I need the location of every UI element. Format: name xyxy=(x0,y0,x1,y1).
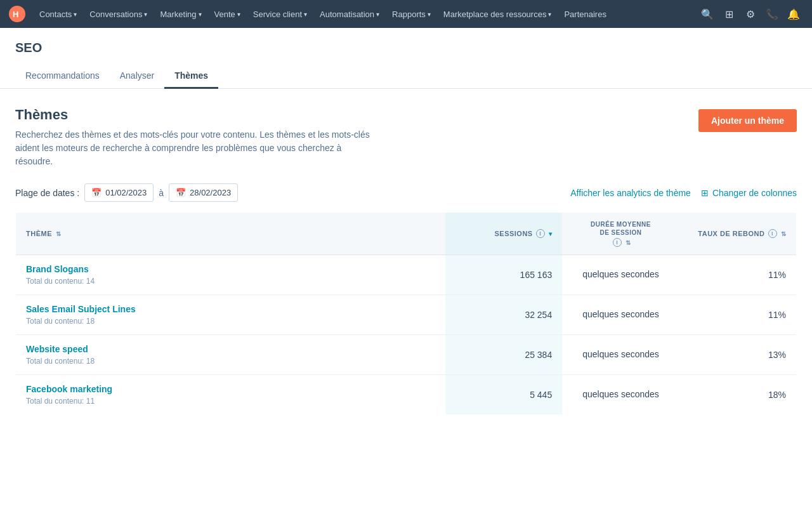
nav-item-vente[interactable]: Vente ▾ xyxy=(208,0,247,28)
date-separator: à xyxy=(159,188,164,198)
settings-icon-btn[interactable]: ⚙ xyxy=(741,4,760,23)
calendar-icon-end: 📅 xyxy=(176,188,186,197)
nav-item-partenaires[interactable]: Partenaires xyxy=(558,0,612,28)
date-range-label: Plage de dates : xyxy=(15,188,79,198)
tab-themes[interactable]: Thèmes xyxy=(164,64,218,89)
th-theme[interactable]: THÈME ⇅ xyxy=(16,213,445,255)
chevron-down-icon: ▾ xyxy=(199,11,202,18)
tabs-bar: Recommandations Analyser Thèmes xyxy=(0,64,812,89)
td-theme-2: Website speed Total du contenu: 18 xyxy=(16,335,445,375)
theme-name-link-3[interactable]: Facebook marketing xyxy=(26,384,435,394)
chevron-down-icon: ▾ xyxy=(304,11,307,18)
date-range-container: Plage de dates : 📅 01/02/2023 à 📅 28/02/… xyxy=(15,183,238,202)
columns-label: Changer de colonnes xyxy=(712,188,797,198)
section-title: Thèmes xyxy=(15,107,370,123)
search-icon-btn[interactable]: 🔍 xyxy=(698,4,717,23)
th-duration[interactable]: DURÉE MOYENNE DE SESSION i ⇅ xyxy=(562,213,679,255)
nav-item-automatisation[interactable]: Automatisation ▾ xyxy=(313,0,386,28)
th-bounce[interactable]: TAUX DE REBOND i ⇅ xyxy=(679,213,797,255)
theme-name-link-1[interactable]: Sales Email Subject Lines xyxy=(26,304,435,314)
theme-name-link-2[interactable]: Website speed xyxy=(26,344,435,354)
theme-name-link-0[interactable]: Brand Slogans xyxy=(26,264,435,274)
nav-item-contacts[interactable]: Contacts ▾ xyxy=(33,0,83,28)
theme-subtext-3: Total du contenu: 11 xyxy=(26,397,95,406)
nav-item-rapports[interactable]: Rapports ▾ xyxy=(386,0,437,28)
theme-subtext-0: Total du contenu: 14 xyxy=(26,277,95,286)
page-title: SEO xyxy=(15,41,797,55)
sort-icon-duration: ⇅ xyxy=(625,239,631,246)
sort-icon-sessions: ▾ xyxy=(549,230,553,237)
td-bounce-2: 13% xyxy=(679,335,797,375)
td-duration-0: quelques secondes xyxy=(562,255,679,295)
nav-item-marketing[interactable]: Marketing ▾ xyxy=(154,0,207,28)
section-description: Recherchez des thèmes et des mots-clés p… xyxy=(15,128,370,168)
chevron-down-icon: ▾ xyxy=(144,11,147,18)
svg-text:H: H xyxy=(13,10,18,19)
tab-recommandations[interactable]: Recommandations xyxy=(15,64,110,89)
columns-icon: ⊞ xyxy=(701,188,709,198)
controls-row: Plage de dates : 📅 01/02/2023 à 📅 28/02/… xyxy=(15,183,797,202)
hubspot-logo[interactable]: H xyxy=(9,6,25,22)
td-sessions-1: 32 254 xyxy=(445,295,563,335)
sort-icon-theme: ⇅ xyxy=(56,230,62,237)
columns-button[interactable]: ⊞ Changer de colonnes xyxy=(701,188,797,198)
theme-subtext-2: Total du contenu: 18 xyxy=(26,357,95,366)
start-date-input[interactable]: 📅 01/02/2023 xyxy=(84,183,154,202)
chevron-down-icon: ▾ xyxy=(376,11,379,18)
section-title-block: Thèmes Recherchez des thèmes et des mots… xyxy=(15,107,370,168)
notifications-icon-btn[interactable]: 🔔 xyxy=(784,4,803,23)
th-sessions[interactable]: SESSIONS i ▾ xyxy=(445,213,563,255)
phone-icon-btn[interactable]: 📞 xyxy=(763,4,782,23)
info-icon-sessions: i xyxy=(536,229,545,238)
nav-item-marketplace[interactable]: Marketplace des ressources ▾ xyxy=(437,0,558,28)
end-date-value: 28/02/2023 xyxy=(190,188,231,197)
top-navigation: H Contacts ▾ Conversations ▾ Marketing ▾… xyxy=(0,0,812,28)
nav-item-service-client[interactable]: Service client ▾ xyxy=(247,0,313,28)
theme-subtext-1: Total du contenu: 18 xyxy=(26,317,95,326)
table-row: Website speed Total du contenu: 18 25 38… xyxy=(16,335,797,375)
td-sessions-2: 25 384 xyxy=(445,335,563,375)
themes-table: THÈME ⇅ SESSIONS i ▾ DURÉE MOYENNE DE SE… xyxy=(15,212,797,415)
td-theme-3: Facebook marketing Total du contenu: 11 xyxy=(16,375,445,415)
info-icon-bounce: i xyxy=(768,229,777,238)
chevron-down-icon: ▾ xyxy=(237,11,240,18)
table-row: Brand Slogans Total du contenu: 14 165 1… xyxy=(16,255,797,295)
chevron-down-icon: ▾ xyxy=(548,11,551,18)
table-row: Sales Email Subject Lines Total du conte… xyxy=(16,295,797,335)
td-sessions-0: 165 163 xyxy=(445,255,563,295)
main-content: Thèmes Recherchez des thèmes et des mots… xyxy=(0,89,812,433)
nav-items: Contacts ▾ Conversations ▾ Marketing ▾ V… xyxy=(33,0,698,28)
chevron-down-icon: ▾ xyxy=(428,11,431,18)
td-bounce-1: 11% xyxy=(679,295,797,335)
td-theme-0: Brand Slogans Total du contenu: 14 xyxy=(16,255,445,295)
info-icon-duration: i xyxy=(613,238,622,247)
nav-item-conversations[interactable]: Conversations ▾ xyxy=(83,0,154,28)
td-bounce-0: 11% xyxy=(679,255,797,295)
analytics-link[interactable]: Afficher les analytics de thème xyxy=(570,188,691,198)
add-theme-button[interactable]: Ajouter un thème xyxy=(698,109,797,132)
calendar-icon: 📅 xyxy=(91,188,102,197)
sort-icon-bounce: ⇅ xyxy=(781,230,787,237)
table-row: Facebook marketing Total du contenu: 11 … xyxy=(16,375,797,415)
chevron-down-icon: ▾ xyxy=(74,11,77,18)
td-theme-1: Sales Email Subject Lines Total du conte… xyxy=(16,295,445,335)
section-header: Thèmes Recherchez des thèmes et des mots… xyxy=(15,107,797,168)
right-controls: Afficher les analytics de thème ⊞ Change… xyxy=(570,188,797,198)
td-bounce-3: 18% xyxy=(679,375,797,415)
td-duration-2: quelques secondes xyxy=(562,335,679,375)
apps-icon-btn[interactable]: ⊞ xyxy=(719,4,738,23)
td-duration-3: quelques secondes xyxy=(562,375,679,415)
tab-analyser[interactable]: Analyser xyxy=(110,64,164,89)
start-date-value: 01/02/2023 xyxy=(105,188,147,197)
nav-icon-group: 🔍 ⊞ ⚙ 📞 🔔 xyxy=(698,4,803,23)
td-duration-1: quelques secondes xyxy=(562,295,679,335)
end-date-input[interactable]: 📅 28/02/2023 xyxy=(169,183,238,202)
page-header: SEO xyxy=(0,28,812,55)
td-sessions-3: 5 445 xyxy=(445,375,563,415)
